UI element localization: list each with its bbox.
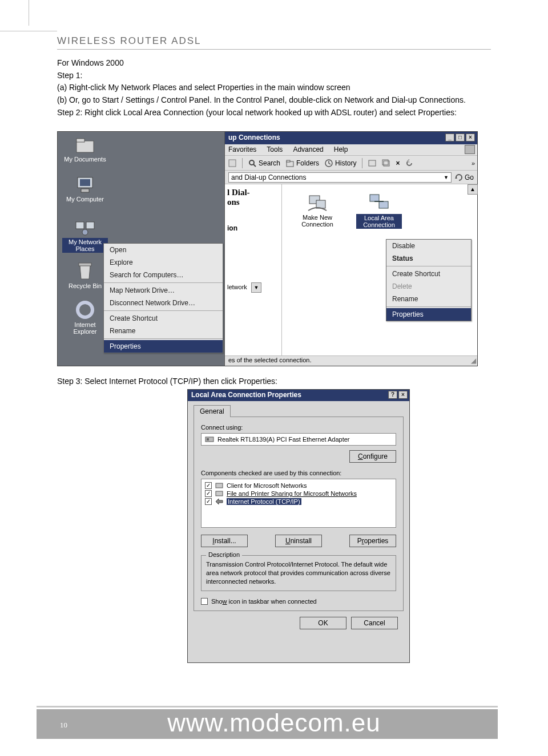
checkbox-icon[interactable]: ✓ [205,482,212,489]
menu-item-map-drive[interactable]: Map Network Drive… [104,284,223,297]
close-button[interactable]: × [466,134,475,142]
checkbox-icon[interactable]: ✓ [205,498,212,505]
tabset: General [194,405,404,417]
component-tcpip-label: Internet Protocol (TCP/IP) [227,498,301,505]
toolbar-search[interactable]: Search [248,159,280,167]
status-bar: es of the selected connection. ◢ [225,355,477,366]
menu-item-disconnect-drive[interactable]: Disconnect Network Drive… [104,297,223,309]
svg-rect-22 [379,201,388,208]
menu-item-delete[interactable]: Delete [386,280,471,293]
menu-item-rename[interactable]: Rename [104,325,223,337]
menu-item-properties[interactable]: Properties [104,340,223,353]
network-places-icon [75,219,95,236]
ie-icon [76,301,94,319]
desktop-icon-mynet[interactable]: My Network Places [62,219,108,253]
svg-rect-21 [370,195,379,201]
window-title-text: up Connections [228,134,280,142]
properties-button[interactable]: Properties [349,535,396,547]
dropdown-icon[interactable]: ▼ [444,175,449,180]
checkbox-icon[interactable]: ✓ [205,490,212,497]
address-field[interactable]: and Dial-up Connections ▼ [228,172,452,183]
configure-button[interactable]: Configure [349,450,396,463]
connection-make-new[interactable]: Make New Connection [295,193,340,228]
component-tcpip[interactable]: ✓ Internet Protocol (TCP/IP) [205,498,392,506]
intro-line-5: Step 2: Right click Local Area Connectio… [57,107,491,119]
intro-line-2: Step 1: [57,70,491,82]
menu-item-rename[interactable]: Rename [386,293,471,305]
moveto-icon[interactable] [368,159,376,167]
screenshot-2-properties-dialog: Local Area Connection Properties ? × Gen… [187,389,410,663]
toolbar-folders[interactable]: Folders [286,159,319,167]
menu-tools[interactable]: Tools [267,145,283,154]
checkbox-icon[interactable] [201,598,208,605]
help-button[interactable]: ? [388,391,397,399]
menu-help[interactable]: Help [334,145,348,154]
step3-text: Step 3: Select Internet Protocol (TCP/IP… [57,375,491,388]
leftpane-sub: ion [227,224,279,232]
svg-rect-1 [76,139,84,142]
component-fileprint[interactable]: ✓ File and Printer Sharing for Microsoft… [205,490,392,498]
tab-general[interactable]: General [194,405,231,417]
leftpane-dropdown-icon[interactable]: ▼ [251,282,261,293]
history-icon [325,159,333,167]
components-list: ✓ Client for Microsoft Networks ✓ File a… [201,479,396,528]
explorer-left-pane: l Dial- ons ion letwork ▼ [225,184,282,355]
toolbar-chevron-icon[interactable]: » [472,160,475,167]
ok-button[interactable]: OK [300,617,346,629]
close-button[interactable]: × [398,391,408,399]
maximize-button[interactable]: □ [456,134,465,142]
go-label: Go [465,173,474,181]
connection-local-area[interactable]: Local Area Connection [356,193,402,229]
explorer-window: up Connections _ □ × Favorites Tools Adv… [224,132,477,366]
menu-item-create-shortcut[interactable]: Create Shortcut [104,312,223,325]
windows-logo-icon [465,145,475,154]
menu-advanced[interactable]: Advanced [293,145,323,154]
screenshot-1: My Documents My Computer My Network Plac… [57,131,478,366]
menu-item-properties[interactable]: Properties [386,308,471,321]
resize-grip-icon[interactable]: ◢ [471,357,476,365]
desktop-icon-mydocs[interactable]: My Documents [62,138,108,163]
desktop-icon-recycle[interactable]: Recycle Bin [62,262,108,289]
decor-line-vertical [29,0,29,26]
menu-item-create-shortcut[interactable]: Create Shortcut [386,268,471,280]
minimize-button[interactable]: _ [445,134,454,142]
delete-icon[interactable]: × [396,159,400,167]
show-icon-row[interactable]: Show icon in taskbar when connected [201,598,396,605]
component-client[interactable]: ✓ Client for Microsoft Networks [205,482,392,490]
toolbar-history[interactable]: History [325,159,356,167]
status-text: es of the selected connection. [228,357,312,363]
menu-item-search[interactable]: Search for Computers… [104,269,223,281]
desktop-label-ie: Internet Explorer [74,321,97,335]
configure-label: onfigure [363,452,388,460]
menu-item-open[interactable]: Open [104,244,223,256]
menu-item-disable[interactable]: Disable [386,240,471,252]
menu-item-explore[interactable]: Explore [104,256,223,269]
svg-rect-5 [76,222,84,229]
up-icon[interactable] [228,159,236,167]
toolbar-separator [242,158,243,168]
description-text: Transmission Control Protocol/Internet P… [206,560,391,586]
copyto-icon[interactable] [382,159,390,167]
desktop-icon-ie[interactable]: Internet Explorer [62,301,108,335]
toolbar-separator [362,158,362,168]
desktop-icon-mycomp[interactable]: My Computer [62,176,108,203]
svg-line-12 [253,164,256,167]
cancel-button[interactable]: Cancel [351,617,398,629]
svg-point-7 [82,229,88,235]
svg-rect-25 [207,438,209,440]
folders-icon [286,159,294,167]
component-fileprint-label: File and Printer Sharing for Microsoft N… [227,490,357,497]
svg-rect-4 [81,189,89,192]
toolbar-folders-label: Folders [296,159,319,167]
install-button[interactable]: Install... [201,535,248,547]
go-button[interactable]: Go [455,173,474,181]
uninstall-button[interactable]: Uninstall [275,535,322,547]
scroll-up-button[interactable]: ▲ [468,184,478,195]
menu-item-status[interactable]: Status [386,252,471,265]
undo-icon[interactable] [405,159,413,167]
show-icon-label: Show icon in taskbar when connected [211,598,317,605]
go-icon [455,173,463,181]
menu-bar: Favorites Tools Advanced Help [225,144,477,156]
menu-favorites[interactable]: Favorites [228,145,256,154]
intro-text: For Windows 2000 Step 1: (a) Right-click… [57,57,491,119]
